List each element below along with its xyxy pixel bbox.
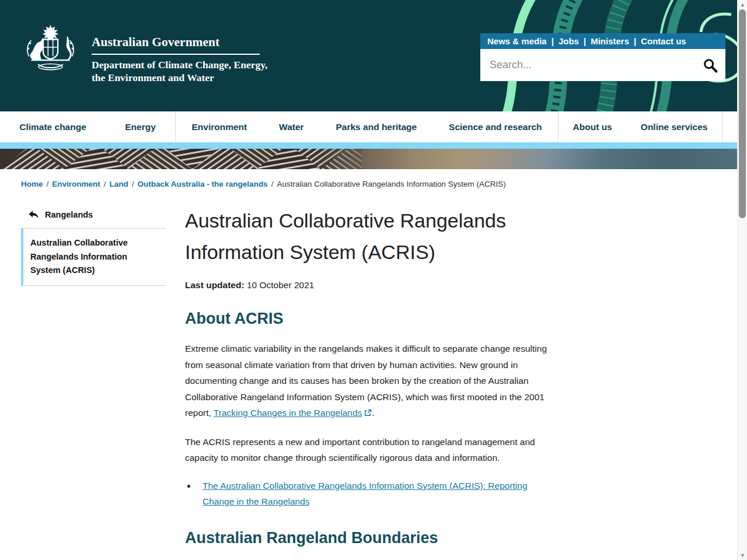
link-jobs[interactable]: Jobs	[558, 36, 579, 46]
main-nav: Climate change Energy Environment Water …	[0, 111, 737, 142]
breadcrumb-outback-rangelands[interactable]: Outback Australia - the rangelands	[138, 180, 268, 188]
nav-environment[interactable]: Environment	[191, 122, 247, 132]
nav-climate-change[interactable]: Climate change	[19, 122, 86, 132]
quick-links-bar: News & media | Jobs | Ministers | Contac…	[480, 33, 725, 49]
tracking-changes-link[interactable]: Tracking Changes in the Rangelands	[214, 408, 362, 418]
nav-science-research[interactable]: Science and research	[449, 122, 542, 132]
search-icon	[702, 57, 718, 74]
page-banner-image	[0, 149, 747, 169]
department-name: Department of Climate Change, Energy, th…	[92, 59, 267, 84]
breadcrumb-current: Australian Collaborative Rangelands Info…	[277, 180, 505, 188]
vertical-scrollbar[interactable]: ▲ ▼	[737, 0, 747, 560]
search-button[interactable]	[695, 49, 725, 81]
search-input[interactable]	[480, 59, 695, 71]
section-sidebar: Rangelands Australian Collaborative Rang…	[21, 210, 166, 560]
nav-online-services[interactable]: Online services	[641, 122, 708, 132]
list-item: The Australian Collaborative Rangelands …	[197, 478, 558, 510]
nav-water[interactable]: Water	[279, 122, 304, 132]
link-news-media[interactable]: News & media	[487, 36, 547, 46]
link-contact-us[interactable]: Contact us	[641, 36, 686, 46]
rangeland-boundaries-heading: Australian Rangeland Boundaries	[185, 529, 558, 547]
back-arrow-icon	[28, 210, 39, 219]
sidebar-item-acris[interactable]: Australian Collaborative Rangelands Info…	[21, 228, 166, 286]
page-title: Australian Collaborative Rangelands Info…	[185, 205, 558, 268]
last-updated: Last updated: 10 October 2021	[185, 280, 558, 290]
acris-reporting-change-link[interactable]: The Australian Collaborative Rangelands …	[203, 481, 528, 507]
nav-about-us[interactable]: About us	[573, 122, 612, 132]
australian-coat-of-arms	[22, 23, 79, 75]
gov-title: Australian Government	[92, 35, 260, 55]
site-header: Australian Government Department of Clim…	[0, 0, 747, 111]
breadcrumb-land[interactable]: Land	[110, 180, 128, 188]
search-box	[480, 49, 725, 81]
external-link-icon	[364, 409, 372, 416]
about-paragraph-1: Extreme climatic variability in the rang…	[185, 341, 558, 421]
nav-accent-strip	[0, 142, 747, 149]
related-links-list: The Australian Collaborative Rangelands …	[197, 478, 558, 510]
about-paragraph-2: The ACRIS represents a new and important…	[185, 434, 558, 466]
breadcrumb-home[interactable]: Home	[21, 180, 43, 188]
nav-energy[interactable]: Energy	[125, 122, 156, 132]
about-acris-heading: About ACRIS	[185, 310, 558, 328]
scrollbar-thumb[interactable]	[739, 9, 746, 218]
main-content: Australian Collaborative Rangelands Info…	[185, 210, 558, 560]
banner-coastline-photo	[362, 149, 747, 169]
banner-aboriginal-pattern	[0, 149, 379, 169]
scrollbar-down-arrow[interactable]: ▼	[738, 552, 747, 558]
breadcrumb: Home/Environment/Land/Outback Australia …	[0, 169, 747, 188]
nav-parks-heritage[interactable]: Parks and heritage	[336, 122, 417, 132]
link-ministers[interactable]: Ministers	[591, 36, 629, 46]
breadcrumb-environment[interactable]: Environment	[52, 180, 100, 188]
scrollbar-up-arrow[interactable]: ▲	[738, 2, 747, 8]
sidebar-back-rangelands[interactable]: Rangelands	[21, 210, 166, 219]
